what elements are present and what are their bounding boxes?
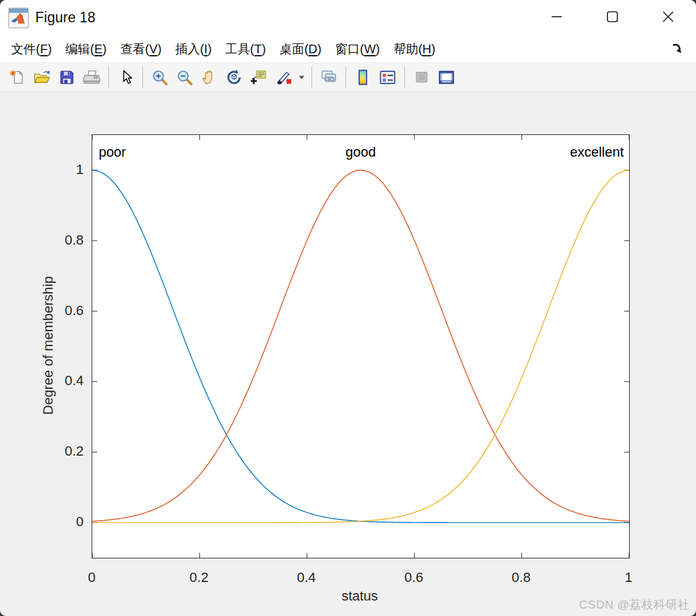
x-axis-label: status bbox=[342, 588, 378, 604]
pan-icon bbox=[201, 69, 217, 85]
save-button[interactable] bbox=[54, 66, 79, 89]
print-button[interactable] bbox=[79, 66, 104, 89]
maximize-icon bbox=[604, 9, 620, 27]
open-file-icon bbox=[33, 69, 51, 85]
maximize-button[interactable] bbox=[585, 0, 640, 35]
window-controls bbox=[529, 0, 696, 35]
minimize-icon bbox=[549, 9, 565, 27]
hide-plot-tools-button bbox=[409, 66, 434, 89]
x-tick-label: 1 bbox=[625, 570, 632, 586]
brush-dropdown-button[interactable] bbox=[296, 66, 307, 89]
y-tick-label: 1 bbox=[76, 162, 84, 178]
minimize-button[interactable] bbox=[529, 0, 585, 35]
data-cursor-icon bbox=[251, 69, 267, 85]
brush-button[interactable] bbox=[271, 66, 296, 89]
brush-dropdown-icon bbox=[298, 74, 305, 81]
zoom-in-button[interactable] bbox=[147, 66, 172, 89]
insert-legend-button[interactable] bbox=[375, 66, 400, 89]
figure-toolbar bbox=[0, 63, 696, 92]
y-tick-label: 0.8 bbox=[64, 232, 84, 248]
link-plots-button[interactable] bbox=[316, 66, 341, 89]
link-plots-icon bbox=[320, 69, 337, 85]
insert-colorbar-icon bbox=[355, 69, 371, 85]
menu-bar: 文件(F)编辑(E)查看(V)插入(I)工具(T)桌面(D)窗口(W)帮助(H) bbox=[0, 35, 696, 63]
close-icon bbox=[660, 9, 676, 27]
y-tick-label: 0.4 bbox=[64, 373, 84, 389]
x-tick-label: 0.2 bbox=[189, 570, 209, 586]
toolbar-separator bbox=[346, 67, 346, 88]
pointer-icon bbox=[118, 69, 134, 85]
show-plot-tools-icon bbox=[438, 69, 455, 85]
toolbar-separator bbox=[108, 67, 109, 88]
x-tick-label: 0.8 bbox=[511, 570, 531, 586]
rotate-3d-icon bbox=[226, 69, 242, 85]
toolbar-separator bbox=[142, 67, 143, 88]
menu-item-i[interactable]: 插入(I) bbox=[170, 38, 217, 60]
pan-button[interactable] bbox=[197, 66, 222, 89]
close-button[interactable] bbox=[640, 0, 696, 35]
mf-label-poor: poor bbox=[98, 145, 126, 159]
data-cursor-button[interactable] bbox=[246, 66, 271, 89]
y-tick-label: 0.2 bbox=[64, 443, 84, 459]
menu-item-h[interactable]: 帮助(H) bbox=[388, 38, 440, 60]
menu-items: 文件(F)编辑(E)查看(V)插入(I)工具(T)桌面(D)窗口(W)帮助(H) bbox=[6, 38, 444, 60]
toolbar-separator bbox=[404, 67, 405, 88]
mf-label-excellent: excellent bbox=[570, 145, 624, 159]
save-icon bbox=[59, 69, 75, 85]
x-tick-label: 0.4 bbox=[297, 570, 316, 586]
menu-item-d[interactable]: 桌面(D) bbox=[274, 38, 326, 60]
menu-item-t[interactable]: 工具(T) bbox=[220, 38, 271, 60]
zoom-out-button[interactable] bbox=[172, 66, 197, 89]
menu-item-f[interactable]: 文件(F) bbox=[6, 38, 57, 60]
hide-plot-tools-icon bbox=[414, 69, 430, 85]
dock-figure-icon[interactable] bbox=[670, 41, 685, 56]
zoom-out-icon bbox=[176, 69, 193, 85]
toolbar-separator bbox=[311, 67, 312, 88]
pointer-button[interactable] bbox=[113, 66, 138, 89]
menu-item-v[interactable]: 查看(V) bbox=[115, 38, 167, 60]
watermark: CSDN @荔枝科研社 bbox=[579, 597, 690, 613]
y-axis-label: Degree of membership bbox=[40, 276, 56, 415]
title-bar: Figure 18 bbox=[0, 0, 696, 35]
print-icon bbox=[83, 69, 100, 85]
figure-window: Figure 18 文件(F)编辑(E)查看(V)插入(I)工具(T)桌面(D)… bbox=[0, 0, 696, 616]
new-figure-button[interactable] bbox=[5, 66, 30, 89]
matlab-figure-icon bbox=[8, 7, 29, 28]
x-tick-label: 0.6 bbox=[404, 570, 424, 586]
x-tick-label: 0 bbox=[88, 570, 95, 586]
new-figure-icon bbox=[9, 69, 26, 85]
plot-axes[interactable]: poorgoodexcellent bbox=[92, 134, 630, 558]
menu-item-e[interactable]: 编辑(E) bbox=[61, 38, 112, 60]
mf-label-good: good bbox=[346, 145, 376, 159]
show-plot-tools-button[interactable] bbox=[434, 66, 459, 89]
open-file-button[interactable] bbox=[30, 66, 54, 89]
y-tick-label: 0.6 bbox=[64, 303, 84, 319]
menu-item-w[interactable]: 窗口(W) bbox=[330, 38, 385, 60]
brush-icon bbox=[275, 69, 292, 85]
window-title: Figure 18 bbox=[35, 9, 95, 26]
zoom-in-icon bbox=[152, 69, 168, 85]
insert-colorbar-button[interactable] bbox=[350, 66, 375, 89]
insert-legend-icon bbox=[380, 69, 396, 85]
figure-canvas: poorgoodexcellent status Degree of membe… bbox=[0, 93, 696, 616]
rotate-3d-button[interactable] bbox=[222, 66, 246, 89]
y-tick-label: 0 bbox=[76, 514, 84, 530]
membership-curves bbox=[92, 135, 629, 558]
